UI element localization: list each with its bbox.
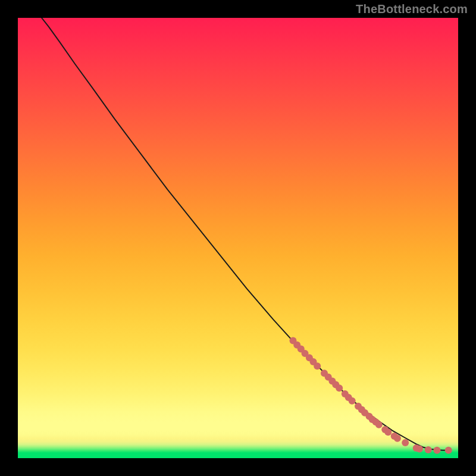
chart-stage: TheBottleneck.com — [0, 0, 476, 476]
chart-markers — [290, 337, 452, 453]
chart-marker — [425, 446, 432, 453]
chart-marker — [394, 435, 401, 442]
chart-marker — [416, 446, 423, 453]
chart-marker — [434, 447, 441, 454]
chart-marker — [402, 439, 409, 446]
chart-marker — [375, 421, 383, 428]
chart-marker — [336, 384, 343, 392]
chart-marker — [445, 447, 452, 454]
chart-marker — [314, 362, 321, 369]
chart-overlay-svg — [18, 18, 458, 458]
chart-marker — [349, 397, 356, 405]
chart-frame — [18, 18, 458, 458]
bottleneck-curve — [42, 18, 449, 450]
chart-marker — [384, 428, 392, 436]
watermark-text: TheBottleneck.com — [356, 2, 468, 16]
